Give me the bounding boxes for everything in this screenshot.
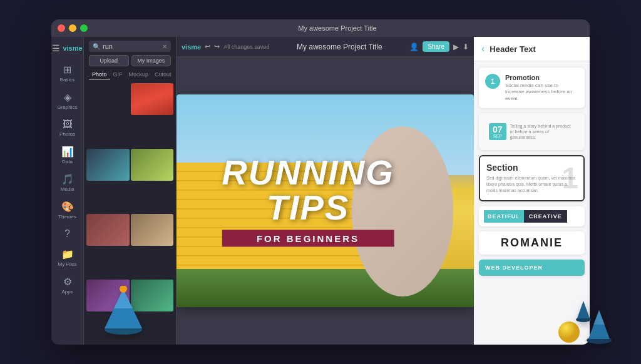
- slide-subtitle: FOR BEGINNERS: [234, 233, 381, 244]
- tab-mockup[interactable]: Mockup: [126, 70, 152, 79]
- canvas-area: visme ↩ ↪ All changes saved My awesome P…: [177, 37, 474, 345]
- right-panel-title: Header Text: [490, 44, 535, 54]
- sidebar-item-photos[interactable]: 🖼 Photos: [53, 116, 82, 140]
- my-images-button[interactable]: My Images: [131, 55, 172, 66]
- sidebar-label-basics: Basics: [60, 77, 75, 83]
- template-card-date[interactable]: 07 SEP Telling a story behind a product …: [479, 113, 585, 150]
- app-body: ☰ visme ⊞ Basics ◈ Graphics 🖼 Photos 📊: [51, 37, 590, 345]
- myfiles-icon: 📁: [61, 248, 74, 260]
- promotion-desc: Social media can use to increase awarene…: [505, 83, 578, 102]
- template-card-webdev[interactable]: WEB DEVELOPER: [479, 260, 585, 276]
- sidebar-label-graphics: Graphics: [57, 104, 77, 110]
- sidebar-label-apps: Apps: [61, 289, 73, 295]
- media-thumb-track[interactable]: [131, 83, 174, 115]
- media-tabs: Photo GIF Mockup Cutout: [84, 70, 176, 82]
- share-button[interactable]: Share: [423, 41, 449, 52]
- sidebar-label-media: Media: [61, 186, 74, 192]
- slide-title-line1: RUNNING: [222, 155, 394, 190]
- top-toolbar: visme ↩ ↪ All changes saved My awesome P…: [177, 37, 474, 57]
- template-card-section[interactable]: Section Sed dignissim elementum quam, ve…: [479, 155, 585, 201]
- search-input[interactable]: [103, 43, 160, 50]
- slide-canvas: RUNNING TIPS FOR BEGINNERS: [177, 57, 474, 345]
- undo-button[interactable]: ↩: [205, 43, 210, 51]
- play-button[interactable]: ▶: [453, 43, 459, 51]
- window-title: My awesome Project Title: [91, 24, 583, 32]
- search-bar: 🔍 ✕: [89, 41, 171, 52]
- sidebar-item-media[interactable]: 🎵 Media: [53, 170, 82, 195]
- creative-card-inner: BEATIFUL CREATIVE: [479, 206, 585, 226]
- toolbar-visme-logo: visme: [182, 43, 201, 51]
- media-buttons: Upload My Images: [89, 55, 171, 66]
- right-panel-content: 1 Promotion Social media can use to incr…: [474, 61, 590, 345]
- right-panel: ‹ Header Text 1 Promotion Social media c…: [474, 37, 590, 345]
- sidebar-logo-area: ☰ visme: [51, 41, 85, 56]
- date-number: 07: [493, 125, 503, 134]
- svg-point-4: [587, 336, 612, 344]
- template-card-romanie[interactable]: ROMANIE: [479, 231, 585, 255]
- sidebar-item-myfiles[interactable]: 📁 My Files: [53, 245, 82, 270]
- media-thumb-stadium[interactable]: [131, 149, 174, 181]
- media-thumb-woman[interactable]: [86, 280, 130, 311]
- autosave-status: All changes saved: [223, 44, 269, 50]
- media-thumb-run2[interactable]: [131, 280, 174, 311]
- search-clear-button[interactable]: ✕: [162, 43, 167, 50]
- hamburger-icon[interactable]: ☰: [52, 43, 60, 53]
- avatar-icon: 👤: [409, 43, 419, 51]
- date-badge: 07 SEP: [489, 123, 506, 140]
- svg-marker-6: [593, 310, 605, 325]
- sidebar-label-myfiles: My Files: [58, 261, 77, 267]
- media-icon: 🎵: [61, 173, 74, 185]
- sidebar-item-data[interactable]: 📊 Data: [53, 143, 82, 168]
- webdev-text: WEB DEVELOPER: [485, 265, 578, 271]
- icon-sidebar: ☰ visme ⊞ Basics ◈ Graphics 🖼 Photos 📊: [51, 37, 84, 345]
- section-description: Sed dignissim elementum quam, vel maximu…: [486, 175, 577, 193]
- media-thumb-sprint[interactable]: [86, 214, 130, 246]
- tab-cutout[interactable]: Cutout: [151, 70, 175, 79]
- sidebar-label-data: Data: [62, 159, 73, 164]
- sidebar-label-photos: Photos: [59, 131, 75, 137]
- upload-button[interactable]: Upload: [89, 55, 129, 66]
- maximize-button[interactable]: [80, 24, 88, 32]
- template-card-promotion[interactable]: 1 Promotion Social media can use to incr…: [479, 68, 585, 108]
- photos-icon: 🖼: [63, 119, 73, 130]
- sidebar-label-themes: Themes: [58, 214, 76, 220]
- romanie-text: ROMANIE: [484, 236, 580, 250]
- date-card-inner: 07 SEP Telling a story behind a product …: [485, 119, 578, 144]
- date-description: Telling a story behind a product or befo…: [510, 123, 575, 140]
- media-thumb-road[interactable]: [86, 149, 130, 181]
- tab-photo[interactable]: Photo: [89, 70, 110, 79]
- promotion-label: Promotion: [505, 74, 578, 81]
- project-title[interactable]: My awesome Project Title: [273, 43, 406, 51]
- media-panel-header: 🔍 ✕ Upload My Images: [84, 37, 176, 70]
- media-panel: 🔍 ✕ Upload My Images Photo GIF Mockup Cu…: [84, 37, 177, 345]
- download-button[interactable]: ⬇: [463, 43, 469, 51]
- slide-subtitle-bar: FOR BEGINNERS: [222, 230, 394, 247]
- basics-icon: ⊞: [63, 64, 71, 76]
- section-title: Section: [486, 163, 577, 173]
- sidebar-item-help[interactable]: ?: [53, 225, 82, 243]
- minimize-button[interactable]: [69, 24, 76, 32]
- media-thumb-crowd[interactable]: [86, 83, 130, 115]
- themes-icon: 🎨: [61, 201, 74, 213]
- redo-button[interactable]: ↪: [214, 43, 220, 51]
- tab-gif[interactable]: GIF: [110, 70, 126, 79]
- date-month: SEP: [493, 134, 503, 138]
- media-thumb-dog[interactable]: [131, 214, 174, 246]
- graphics-icon: ◈: [64, 91, 71, 103]
- right-panel-header: ‹ Header Text: [474, 37, 590, 61]
- sidebar-item-themes[interactable]: 🎨 Themes: [53, 198, 82, 223]
- data-icon: 📊: [61, 146, 74, 158]
- webdev-inner: WEB DEVELOPER: [479, 260, 585, 276]
- sidebar-item-basics[interactable]: ⊞ Basics: [53, 61, 82, 86]
- sidebar-item-graphics[interactable]: ◈ Graphics: [53, 88, 82, 113]
- slide-content[interactable]: RUNNING TIPS FOR BEGINNERS: [177, 94, 474, 307]
- media-grid: [84, 82, 176, 345]
- template-card-creative[interactable]: BEATIFUL CREATIVE: [479, 206, 585, 226]
- help-icon: ?: [64, 228, 70, 240]
- laptop-screen: My awesome Project Title ☰ visme ⊞ Basic…: [51, 19, 590, 345]
- back-button[interactable]: ‹: [481, 43, 485, 54]
- close-button[interactable]: [58, 24, 65, 32]
- svg-marker-5: [588, 310, 610, 339]
- sidebar-item-apps[interactable]: ⚙ Apps: [53, 273, 82, 298]
- visme-logo: visme: [63, 44, 82, 52]
